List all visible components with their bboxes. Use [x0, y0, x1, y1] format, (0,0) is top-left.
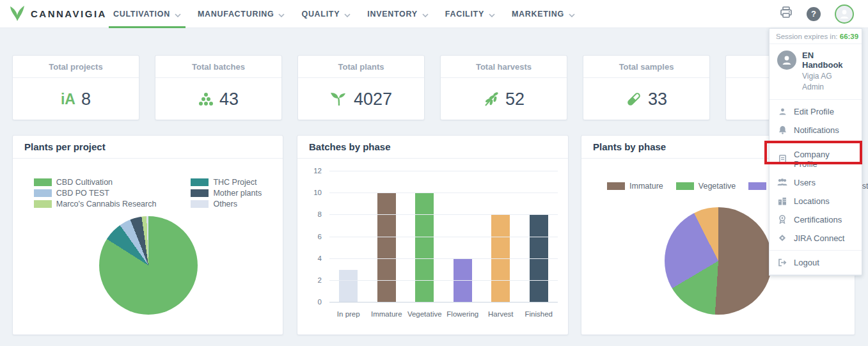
chevron-down-icon	[422, 10, 429, 19]
bell-icon	[777, 125, 787, 134]
menu-item-company-profile[interactable]: Company Profile	[769, 145, 862, 173]
session-label: Session expires in:	[776, 33, 838, 40]
plant-icon	[330, 91, 348, 107]
nav-item-cultivation[interactable]: CULTIVATION	[105, 0, 189, 28]
legend-item: Marco's Cannabis Research	[34, 200, 157, 208]
legend-swatch	[191, 189, 209, 197]
menu-item-jira-connect[interactable]: JIRA Connect	[769, 229, 862, 248]
session-expiry: Session expires in: 66:39	[769, 29, 862, 44]
gridline: 4	[329, 258, 558, 259]
nav-label: MARKETING	[512, 10, 564, 19]
legend-swatch	[34, 200, 52, 208]
legend-swatch	[34, 189, 52, 197]
stat-value: 33	[648, 90, 667, 109]
brand-name: CANNAVIGIA	[31, 8, 107, 19]
y-tick-label: 0	[318, 298, 322, 306]
menu-label: Locations	[794, 196, 830, 206]
logout-icon	[777, 258, 787, 267]
stat-label: Total plants	[298, 56, 424, 78]
menu-item-certifications[interactable]: Certifications	[769, 210, 862, 229]
gridline: 6	[329, 237, 558, 237]
x-tick-label: Finished	[525, 310, 553, 318]
chevron-down-icon	[489, 10, 495, 19]
x-tick-label: Vegetative	[407, 310, 442, 318]
chevron-down-icon	[344, 10, 351, 19]
printer-icon[interactable]	[780, 6, 793, 21]
menu-item-users[interactable]: Users	[769, 173, 862, 192]
stat-value: 4027	[354, 90, 392, 109]
stat-label: Total batches	[155, 56, 281, 78]
menu-item-logout[interactable]: Logout	[769, 253, 862, 272]
stat-value: 8	[81, 90, 91, 109]
pie-legend: CBD CultivationCBD PO TESTMarco's Cannab…	[13, 178, 283, 208]
nav-label: QUALITY	[301, 10, 340, 19]
user-icon	[777, 107, 787, 116]
nav-item-marketing[interactable]: MARKETING	[503, 0, 583, 28]
bar-cell: Flowering	[454, 171, 472, 303]
main-nav: CULTIVATION MANUFACTURING QUALITY INVENT…	[105, 0, 583, 28]
gridline: 0	[329, 302, 558, 303]
legend-swatch	[607, 182, 625, 190]
stat-label: Total samples	[583, 56, 709, 78]
user-name: EN Handbook	[802, 51, 854, 70]
nav-label: INVENTORY	[367, 10, 418, 19]
legend-item: Mother plants	[191, 189, 262, 198]
y-tick-label: 10	[313, 189, 322, 196]
user-company: Vigia AG	[802, 71, 854, 82]
gridline: 2	[329, 280, 558, 281]
stat-card-total-samples: Total samples 33	[583, 55, 710, 120]
plants-by-phase-pie	[665, 207, 772, 315]
bar-cell: Finished	[530, 171, 548, 303]
legend-swatch	[748, 182, 766, 190]
help-icon[interactable]: ?	[807, 7, 821, 21]
legend-swatch	[34, 178, 52, 186]
y-tick-label: 8	[318, 210, 322, 218]
diamond-icon	[777, 234, 787, 242]
user-role: Admin	[802, 82, 854, 93]
legend-swatch	[191, 178, 209, 186]
y-tick-label: 2	[318, 276, 322, 284]
chart-card-batches-by-phase: Batches by phase In prepImmatureVegetati…	[297, 135, 569, 335]
stat-value: 52	[505, 90, 525, 109]
legend-item: CBD PO TEST	[34, 189, 157, 198]
menu-item-locations[interactable]: Locations	[769, 192, 862, 210]
menu-label: Users	[794, 178, 816, 187]
x-tick-label: Flowering	[446, 310, 478, 318]
chevron-down-icon	[175, 10, 181, 19]
user-avatar-icon[interactable]	[835, 4, 854, 24]
legend-swatch	[191, 200, 209, 208]
stat-card-total-batches: Total batches 43	[155, 55, 282, 120]
stats-row: Total projects iA 8 Total batches 43 Tot…	[12, 55, 853, 120]
menu-item-notifications[interactable]: Notifications	[769, 121, 862, 139]
bar-cell: Harvest	[491, 171, 510, 303]
bar-chart-plot: In prepImmatureVegetativeFloweringHarves…	[329, 171, 558, 303]
x-tick-label: In prep	[337, 310, 360, 318]
nav-item-inventory[interactable]: INVENTORY	[359, 0, 437, 28]
stat-card-total-harvests: Total harvests 52	[440, 55, 567, 120]
building-icon	[777, 197, 787, 205]
menu-label: Edit Profile	[794, 107, 834, 116]
menu-label: JIRA Connect	[794, 233, 845, 243]
nav-label: MANUFACTURING	[198, 10, 274, 19]
user-avatar-icon	[777, 51, 796, 70]
user-info-block: EN Handbook Vigia AG Admin	[769, 44, 862, 100]
x-tick-label: Harvest	[488, 310, 514, 318]
stat-card-total-plants: Total plants 4027	[297, 55, 425, 120]
chart-card-plants-per-project: Plants per project CBD CultivationCBD PO…	[12, 135, 283, 335]
y-tick-label: 4	[318, 255, 322, 262]
legend-item: THC Project	[191, 178, 262, 187]
stat-label: Total harvests	[441, 56, 567, 78]
nav-label: FACILITY	[445, 10, 484, 19]
menu-item-edit-profile[interactable]: Edit Profile	[769, 102, 862, 121]
stat-label: Total projects	[13, 56, 139, 78]
stat-value: 43	[219, 90, 239, 109]
chevron-down-icon	[569, 10, 575, 19]
brand-logo[interactable]: CANNAVIGIA	[0, 4, 105, 24]
bar-cell: Vegetative	[415, 171, 434, 303]
nav-item-manufacturing[interactable]: MANUFACTURING	[189, 0, 294, 28]
gridline: 8	[329, 214, 558, 215]
nav-item-facility[interactable]: FACILITY	[437, 0, 503, 28]
nav-item-quality[interactable]: QUALITY	[293, 0, 359, 28]
bar-harvest	[491, 215, 510, 303]
legend-item: Vegetative	[676, 182, 736, 191]
